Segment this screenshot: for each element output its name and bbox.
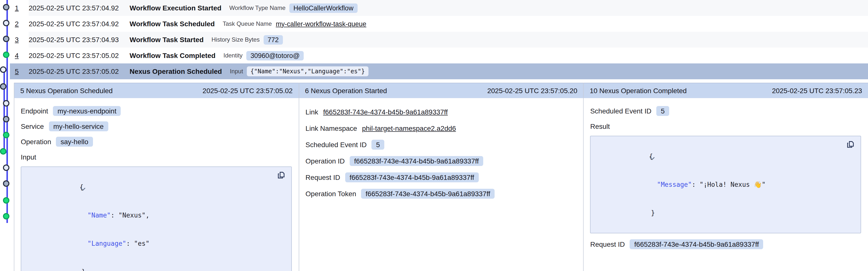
field-result-label: Result (590, 120, 861, 132)
chevron-down-icon[interactable] (26, 175, 31, 179)
panel-title: 5 Nexus Operation Scheduled (20, 87, 113, 94)
json-close-brace: } (651, 209, 655, 217)
field-link-namespace: Link Namespace phil-target-namespace2.a2… (305, 123, 576, 134)
field-value-badge: f665283f-743e-4374-b45b-9a61a89337ff (630, 239, 764, 249)
json-value: "Nexus", (119, 212, 149, 219)
json-colon: : (111, 212, 119, 219)
timeline-main-line (6, 0, 8, 223)
timeline-dot-event-1 (3, 4, 9, 10)
event-row-main: 2025-02-25 UTC 23:57:04.92 Workflow Exec… (29, 0, 868, 16)
field-service: Service my-hello-service (21, 120, 291, 132)
event-id-link[interactable]: 5 (15, 67, 19, 75)
field-value-badge: my-nexus-endpoint (53, 106, 121, 116)
task-queue-link[interactable]: my-caller-workflow-task-queue (276, 20, 366, 27)
field-label: Operation (21, 137, 51, 145)
event-timestamp: 2025-02-25 UTC 23:57:05.02 (29, 52, 130, 59)
json-key: "Name" (88, 212, 111, 219)
event-row-main: 2025-02-25 UTC 23:57:04.92 Workflow Task… (29, 16, 868, 32)
event-id-link[interactable]: 3 (15, 36, 19, 44)
field-label: Scheduled Event ID (305, 140, 367, 148)
field-scheduled-event-id: Scheduled Event ID 5 (590, 105, 861, 116)
panel-header: 10 Nexus Operation Completed 2025-02-25 … (584, 83, 868, 98)
chevron-down-icon[interactable] (595, 144, 601, 148)
timeline-dot (3, 100, 9, 106)
panel-title: 6 Nexus Operation Started (305, 87, 387, 94)
event-row-4[interactable]: 4 2025-02-25 UTC 23:57:05.02 Workflow Ta… (10, 48, 868, 63)
field-value-badge: f665283f-743e-4374-b45b-9a61a89337ff (361, 189, 495, 198)
field-input-label: Input (21, 151, 291, 163)
field-request-id: Request ID f665283f-743e-4374-b45b-9a61a… (590, 238, 861, 250)
panel-body: Link f665283f-743e-4374-b45b-9a61a89337f… (299, 98, 583, 204)
field-label: Scheduled Event ID (590, 107, 652, 115)
json-key: "Language" (88, 240, 126, 247)
timeline-branch-line (3, 70, 5, 152)
event-timestamp: 2025-02-25 UTC 23:57:04.92 (29, 4, 130, 12)
event-row-3[interactable]: 3 2025-02-25 UTC 23:57:04.93 Workflow Ta… (10, 32, 868, 48)
panel-timestamp: 2025-02-25 UTC 23:57:05.20 (487, 87, 577, 94)
event-attr-label: Workflow Type Name (229, 4, 285, 11)
timeline-dot (3, 180, 9, 187)
event-id-link[interactable]: 2 (15, 20, 19, 28)
field-value-badge: 5 (372, 139, 384, 150)
field-label: Operation Token (305, 190, 356, 197)
event-id-link[interactable]: 1 (15, 4, 19, 12)
event-row-main: 2025-02-25 UTC 23:57:05.02 Nexus Operati… (29, 63, 868, 79)
json-colon: : (126, 240, 134, 247)
event-name: Nexus Operation Scheduled (130, 67, 222, 75)
field-label: Result (590, 122, 610, 130)
timeline-dot (3, 116, 9, 122)
event-name: Workflow Task Completed (130, 52, 215, 59)
panel-body: Endpoint my-nexus-endpoint Service my-he… (14, 98, 299, 271)
timeline-dot-event-2 (3, 20, 9, 26)
json-value: "¡Hola! Nexus 👋" (700, 181, 766, 188)
event-id-link[interactable]: 4 (15, 52, 19, 59)
event-attr-value-badge: 772 (264, 35, 283, 44)
event-name: Workflow Task Started (130, 36, 204, 44)
field-operation-token: Operation Token f665283f-743e-4374-b45b-… (305, 188, 576, 199)
field-operation: Operation say-hello (21, 136, 291, 147)
event-row-1[interactable]: 1 2025-02-25 UTC 23:57:04.92 Workflow Ex… (10, 0, 868, 16)
field-label: Input (21, 153, 36, 161)
json-line: "Language": "es" (21, 229, 271, 258)
event-attr-label: Task Queue Name (223, 20, 272, 27)
field-label: Request ID (590, 240, 625, 248)
event-row-5-selected[interactable]: 5 2025-02-25 UTC 23:57:05.02 Nexus Opera… (10, 63, 868, 79)
event-attr-value-badge: HelloCallerWorkflow (289, 3, 358, 12)
result-json-code-block: { "Message": "¡Hola! Nexus 👋" } (590, 136, 861, 233)
json-line: } (21, 258, 271, 271)
json-colon: : (692, 181, 699, 188)
field-value-badge: my-hello-service (49, 121, 108, 131)
timeline-dot-event-3 (3, 35, 9, 42)
link-namespace-link[interactable]: phil-target-namespace2.a2dd6 (362, 124, 456, 132)
event-row-main: 2025-02-25 UTC 23:57:05.02 Workflow Task… (29, 48, 868, 63)
timeline-dot-event-4 (3, 51, 9, 58)
copy-icon[interactable] (846, 140, 856, 150)
json-line: } (591, 199, 841, 227)
timeline-dot (0, 83, 6, 89)
event-attr-value-badge: 30960@totoro@ (247, 51, 304, 60)
field-request-id: Request ID f665283f-743e-4374-b45b-9a61a… (305, 171, 576, 183)
panel-body: Scheduled Event ID 5 Result (584, 98, 868, 254)
copy-icon[interactable] (276, 171, 286, 181)
field-endpoint: Endpoint my-nexus-endpoint (21, 105, 291, 116)
event-row-2[interactable]: 2 2025-02-25 UTC 23:57:04.92 Workflow Ta… (10, 16, 868, 32)
panel-nexus-operation-started: 6 Nexus Operation Started 2025-02-25 UTC… (299, 83, 583, 271)
event-row-main: 2025-02-25 UTC 23:57:04.93 Workflow Task… (29, 32, 868, 48)
field-scheduled-event-id: Scheduled Event ID 5 (305, 139, 576, 150)
event-name: Workflow Execution Started (130, 4, 221, 12)
json-line: "Message": "¡Hola! Nexus 👋" (591, 170, 841, 199)
event-timeline-rail (0, 0, 14, 271)
event-group-details: 5 Nexus Operation Scheduled 2025-02-25 U… (14, 83, 868, 271)
panel-title: 10 Nexus Operation Completed (590, 87, 687, 94)
panel-header: 6 Nexus Operation Started 2025-02-25 UTC… (299, 83, 583, 98)
field-value-badge: say-hello (56, 136, 93, 146)
event-input-json-badge: {"Name":"Nexus","Language":"es"} (247, 66, 368, 76)
event-attr-label: Identity (223, 52, 242, 59)
event-history-list: 1 2025-02-25 UTC 23:57:04.92 Workflow Ex… (10, 0, 868, 79)
panel-timestamp: 2025-02-25 UTC 23:57:05.02 (203, 87, 292, 94)
event-timestamp: 2025-02-25 UTC 23:57:04.93 (29, 36, 130, 44)
timeline-dot (3, 197, 9, 204)
link-value-link[interactable]: f665283f-743e-4374-b45b-9a61a89337ff (323, 108, 448, 116)
event-timestamp: 2025-02-25 UTC 23:57:05.02 (29, 67, 130, 75)
workflow-history-view: 1 2025-02-25 UTC 23:57:04.92 Workflow Ex… (0, 0, 868, 271)
